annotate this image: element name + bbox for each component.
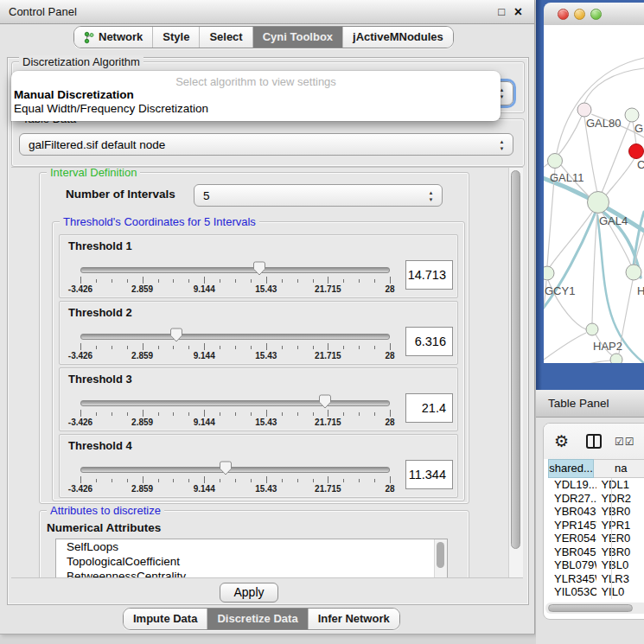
table-horizontal-scrollbar-thumb[interactable] [548, 604, 633, 612]
list-scrollbar-thumb[interactable] [437, 542, 444, 568]
cell-name[interactable]: YBL0 [596, 558, 644, 572]
apply-button[interactable]: Apply [220, 583, 278, 603]
cell-name[interactable]: YDL1 [596, 478, 644, 492]
network-node-gcy1[interactable] [544, 266, 554, 280]
node-table[interactable]: shared... na YDL19...YDL1YDR27...YDR2YBR… [548, 459, 644, 619]
network-canvas[interactable]: GAL80G.CGAL11GAL4GCY1HHAP2 [544, 25, 644, 363]
network-view[interactable]: GAL80G.CGAL11GAL4GCY1HHAP2 [544, 25, 644, 363]
close-traffic-light-icon[interactable] [558, 9, 569, 20]
attribute-list-item[interactable]: TopologicalCoefficient [56, 554, 447, 569]
threshold-value-field[interactable]: 14.713 [405, 260, 453, 290]
cell-name[interactable]: YLR3 [596, 572, 644, 586]
algorithm-option[interactable]: Manual Discretization [11, 88, 501, 102]
combo-spinner-icon[interactable]: ▲ ▼ [497, 138, 507, 152]
tick-label: 28 [385, 284, 394, 294]
threshold-slider[interactable]: -3.4262.8599.14415.4321.71528 [80, 327, 390, 361]
threshold-value-field[interactable]: 6.316 [405, 327, 453, 356]
select-columns-checkboxes-icon[interactable]: ☑☑ [615, 436, 635, 448]
cell-name[interactable]: YBR0 [596, 505, 644, 519]
slider-track[interactable] [80, 334, 390, 340]
table-row[interactable]: YLR345WYLR3 [548, 572, 644, 586]
cell-shared-name[interactable]: YPR145W [548, 519, 596, 532]
slider-track[interactable] [80, 267, 390, 273]
network-node-hap2[interactable] [586, 323, 598, 335]
tab-infer-network[interactable]: Infer Network [309, 609, 399, 629]
network-node-gal80[interactable] [577, 103, 591, 117]
slider-thumb-icon[interactable] [169, 328, 183, 342]
cell-shared-name[interactable]: YER054C [548, 532, 596, 545]
spinner-up-icon[interactable]: ▲ [426, 189, 436, 196]
tick-label: 15.43 [255, 484, 277, 494]
threshold-value-field[interactable]: 21.4 [405, 393, 453, 423]
close-icon[interactable]: × [514, 0, 522, 23]
tab-cyni-toolbox[interactable]: Cyni Toolbox [253, 27, 343, 48]
table-row[interactable]: YBR043CYBR0 [548, 505, 644, 519]
table-horizontal-scrollbar[interactable] [545, 603, 644, 614]
cell-shared-name[interactable]: YBL079W [548, 558, 596, 572]
minimize-traffic-light-icon[interactable] [574, 9, 585, 20]
tab-select[interactable]: Select [200, 27, 252, 48]
combo-spinner-icon[interactable]: ▲ ▼ [426, 189, 436, 203]
table-row[interactable]: YBR045CYBR0 [548, 545, 644, 559]
cell-name[interactable]: YDR2 [596, 492, 644, 506]
network-node-h[interactable] [626, 265, 641, 280]
cell-name[interactable]: YIL0 [596, 585, 644, 599]
cell-shared-name[interactable]: YBR045C [548, 545, 596, 559]
gear-icon[interactable]: ⚙ [554, 433, 569, 450]
threshold-slider[interactable]: -3.4262.8599.14415.4321.71528 [80, 260, 390, 295]
slider-tick-labels: -3.4262.8599.14415.4321.71528 [80, 418, 390, 428]
network-nodes[interactable]: GAL80G.CGAL11GAL4GCY1HHAP2 [544, 103, 644, 363]
cell-name[interactable]: YBR0 [596, 545, 644, 559]
slider-track[interactable] [80, 400, 390, 406]
tab-impute-data[interactable]: Impute Data [124, 609, 207, 629]
cell-shared-name[interactable]: YIL053C [548, 585, 596, 599]
spinner-down-icon[interactable]: ▼ [426, 196, 436, 203]
slider-thumb-icon[interactable] [219, 461, 233, 475]
table-row[interactable]: YDL19...YDL1 [548, 478, 644, 492]
network-node[interactable] [610, 354, 622, 363]
threshold-value-field[interactable]: 11.344 [405, 460, 453, 489]
attribute-list-item[interactable]: BetweennessCentrality [56, 569, 447, 578]
tab-discretize-data[interactable]: Discretize Data [207, 609, 308, 629]
threshold-slider[interactable]: -3.4262.8599.14415.4321.71528 [80, 393, 390, 428]
attribute-list-item[interactable]: SelfLoops [56, 539, 447, 554]
cell-shared-name[interactable]: YLR345W [548, 572, 596, 586]
tab-network[interactable]: Network [74, 27, 153, 48]
tab-style[interactable]: Style [153, 27, 200, 48]
column-header-name[interactable]: na [594, 459, 644, 478]
network-node-gal11[interactable] [548, 154, 563, 169]
network-node-c[interactable] [629, 144, 644, 159]
threshold-slider[interactable]: -3.4262.8599.14415.4321.71528 [80, 460, 390, 494]
float-window-icon[interactable]: □ [498, 0, 505, 23]
cell-shared-name[interactable]: YBR043C [548, 505, 596, 519]
panel-scrollbar-thumb[interactable] [511, 170, 520, 549]
spinner-down-icon[interactable]: ▼ [497, 145, 507, 152]
column-header-shared-name[interactable]: shared... [548, 459, 594, 478]
list-scrollbar[interactable] [434, 539, 447, 578]
slider-thumb-icon[interactable] [318, 394, 332, 409]
slider-thumb-icon[interactable] [252, 261, 266, 276]
table-data-combo[interactable]: galFiltered.sif default node ▲ ▼ [19, 133, 513, 156]
algorithm-option[interactable]: Equal Width/Frequency Discretization [11, 102, 501, 116]
cell-shared-name[interactable]: YDL19... [548, 478, 596, 492]
cell-name[interactable]: YPR1 [596, 519, 644, 532]
split-columns-icon[interactable] [586, 434, 602, 449]
cell-shared-name[interactable]: YDR27... [548, 492, 596, 506]
network-node-gal4[interactable] [588, 192, 609, 214]
table-row[interactable]: YPR145WYPR1 [548, 519, 644, 532]
spinner-up-icon[interactable]: ▲ [497, 138, 507, 145]
table-row[interactable]: YDR27...YDR2 [548, 492, 644, 506]
table-row[interactable]: YER054CYER0 [548, 532, 644, 545]
zoom-traffic-light-icon[interactable] [590, 9, 602, 20]
numerical-attributes-list[interactable]: SelfLoopsTopologicalCoefficientBetweenne… [55, 539, 448, 578]
network-node-g[interactable] [625, 108, 639, 122]
tab-jactivemnodules[interactable]: jActiveMNodules [343, 27, 453, 48]
tick-mark [80, 476, 81, 483]
cell-name[interactable]: YER0 [596, 532, 644, 545]
number-of-intervals-combo[interactable]: 5 ▲ ▼ [194, 184, 443, 207]
table-row[interactable]: YIL053CYIL0 [548, 585, 644, 599]
panel-scrollbar[interactable] [508, 168, 523, 577]
tick-mark [127, 279, 128, 283]
slider-track[interactable] [80, 467, 390, 473]
table-row[interactable]: YBL079WYBL0 [548, 558, 644, 572]
